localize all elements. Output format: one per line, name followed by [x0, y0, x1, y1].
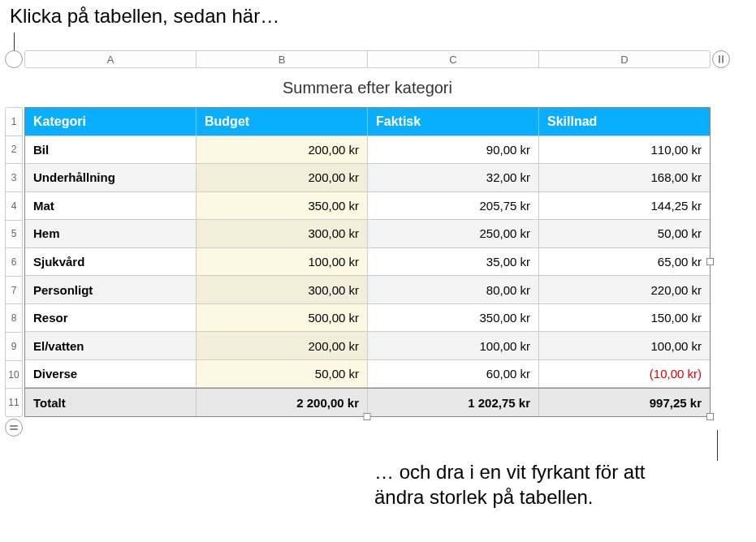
- table-row: El/vatten 200,00 kr 100,00 kr 100,00 kr: [25, 332, 710, 360]
- cell-budget[interactable]: 50,00 kr: [197, 360, 368, 388]
- table-row: Diverse 50,00 kr 60,00 kr (10,00 kr): [25, 360, 710, 389]
- row-header-8[interactable]: 8: [6, 304, 22, 333]
- cell-diff[interactable]: (10,00 kr): [539, 360, 710, 388]
- data-table[interactable]: Kategori Budget Faktisk Skillnad Bil 200…: [24, 107, 711, 417]
- cell-diff[interactable]: 110,00 kr: [539, 136, 710, 164]
- table-header-row: Kategori Budget Faktisk Skillnad: [25, 108, 710, 136]
- footer-budget[interactable]: 2 200,00 kr: [197, 389, 368, 416]
- spreadsheet-area: A B C D Summera efter kategori 1 2 3 4 5…: [2, 50, 748, 437]
- resize-handle-bottom[interactable]: [363, 413, 370, 420]
- bars-icon: [719, 55, 720, 63]
- row-header-10[interactable]: 10: [6, 361, 22, 389]
- cell-actual[interactable]: 350,00 kr: [368, 304, 539, 332]
- cell-actual[interactable]: 250,00 kr: [368, 220, 539, 247]
- add-row-handle[interactable]: [5, 419, 23, 437]
- resize-handle-corner[interactable]: [706, 413, 714, 420]
- table-row: Bil 200,00 kr 90,00 kr 110,00 kr: [25, 136, 710, 165]
- cell-category[interactable]: Personligt: [25, 276, 197, 303]
- cell-diff[interactable]: 100,00 kr: [539, 332, 710, 359]
- cell-actual[interactable]: 60,00 kr: [368, 360, 539, 388]
- header-actual[interactable]: Faktisk: [368, 108, 539, 136]
- header-category[interactable]: Kategori: [25, 108, 197, 136]
- cell-budget[interactable]: 200,00 kr: [197, 164, 368, 191]
- table-footer-row: Totalt 2 200,00 kr 1 202,75 kr 997,25 kr: [25, 388, 710, 416]
- column-header-d[interactable]: D: [539, 51, 710, 67]
- row-header-9[interactable]: 9: [6, 333, 22, 361]
- callout-bottom-line2: ändra storlek på tabellen.: [374, 486, 594, 508]
- cell-actual[interactable]: 100,00 kr: [368, 332, 539, 359]
- column-header-c[interactable]: C: [368, 51, 539, 67]
- table-select-handle[interactable]: [5, 50, 23, 68]
- table-row: Hem 300,00 kr 250,00 kr 50,00 kr: [25, 220, 710, 248]
- cell-budget[interactable]: 200,00 kr: [197, 332, 368, 359]
- cell-category[interactable]: El/vatten: [25, 332, 197, 359]
- cell-category[interactable]: Hem: [25, 220, 197, 247]
- footer-label[interactable]: Totalt: [25, 389, 197, 416]
- callout-bottom: … och dra i en vit fyrkant för att ändra…: [374, 459, 732, 510]
- add-column-handle[interactable]: [712, 50, 730, 68]
- bars-icon: [10, 428, 18, 430]
- cell-category[interactable]: Mat: [25, 192, 197, 220]
- row-header-4[interactable]: 4: [6, 192, 22, 221]
- footer-diff[interactable]: 997,25 kr: [539, 389, 710, 416]
- row-header-7[interactable]: 7: [6, 277, 22, 305]
- cell-category[interactable]: Bil: [25, 136, 197, 164]
- cell-diff[interactable]: 168,00 kr: [539, 164, 710, 191]
- cell-diff[interactable]: 144,25 kr: [539, 192, 710, 220]
- cell-category[interactable]: Resor: [25, 304, 197, 332]
- callout-bottom-line1: … och dra i en vit fyrkant för att: [374, 461, 645, 483]
- cell-diff[interactable]: 50,00 kr: [539, 220, 710, 247]
- table-row: Sjukvård 100,00 kr 35,00 kr 65,00 kr: [25, 248, 710, 277]
- cell-category[interactable]: Sjukvård: [25, 248, 197, 276]
- bars-icon: [722, 55, 724, 63]
- cell-budget[interactable]: 200,00 kr: [197, 136, 368, 164]
- row-header-11[interactable]: 11: [6, 389, 22, 416]
- cell-budget[interactable]: 300,00 kr: [197, 276, 368, 303]
- cell-diff[interactable]: 65,00 kr: [539, 248, 710, 276]
- cell-category[interactable]: Underhållning: [25, 164, 197, 191]
- table-row: Resor 500,00 kr 350,00 kr 150,00 kr: [25, 304, 710, 333]
- cell-diff[interactable]: 220,00 kr: [539, 276, 710, 303]
- row-header-1[interactable]: 1: [6, 108, 22, 136]
- footer-actual[interactable]: 1 202,75 kr: [368, 389, 539, 416]
- row-header-3[interactable]: 3: [6, 164, 22, 192]
- cell-budget[interactable]: 350,00 kr: [197, 192, 368, 220]
- row-header-6[interactable]: 6: [6, 248, 22, 277]
- cell-category[interactable]: Diverse: [25, 360, 197, 388]
- cell-actual[interactable]: 90,00 kr: [368, 136, 539, 164]
- header-diff[interactable]: Skillnad: [539, 108, 710, 136]
- resize-handle-right[interactable]: [706, 258, 714, 265]
- table-row: Underhållning 200,00 kr 32,00 kr 168,00 …: [25, 164, 710, 192]
- cell-budget[interactable]: 300,00 kr: [197, 220, 368, 247]
- cell-diff[interactable]: 150,00 kr: [539, 304, 710, 332]
- row-headers: 1 2 3 4 5 6 7 8 9 10 11: [5, 107, 23, 417]
- callout-top: Klicka på tabellen, sedan här…: [10, 5, 279, 28]
- table-title[interactable]: Summera efter kategori: [24, 79, 711, 97]
- table-row: Mat 350,00 kr 205,75 kr 144,25 kr: [25, 192, 710, 221]
- cell-actual[interactable]: 80,00 kr: [368, 276, 539, 303]
- cell-actual[interactable]: 35,00 kr: [368, 248, 539, 276]
- callout-leader-line: [717, 430, 718, 461]
- column-headers: A B C D: [24, 50, 711, 68]
- table-row: Personligt 300,00 kr 80,00 kr 220,00 kr: [25, 276, 710, 304]
- cell-budget[interactable]: 500,00 kr: [197, 304, 368, 332]
- cell-actual[interactable]: 205,75 kr: [368, 192, 539, 220]
- column-header-a[interactable]: A: [25, 51, 197, 67]
- column-header-b[interactable]: B: [197, 51, 368, 67]
- bars-icon: [10, 425, 18, 427]
- row-header-2[interactable]: 2: [6, 136, 22, 165]
- cell-budget[interactable]: 100,00 kr: [197, 248, 368, 276]
- cell-actual[interactable]: 32,00 kr: [368, 164, 539, 191]
- header-budget[interactable]: Budget: [197, 108, 368, 136]
- row-header-5[interactable]: 5: [6, 221, 22, 249]
